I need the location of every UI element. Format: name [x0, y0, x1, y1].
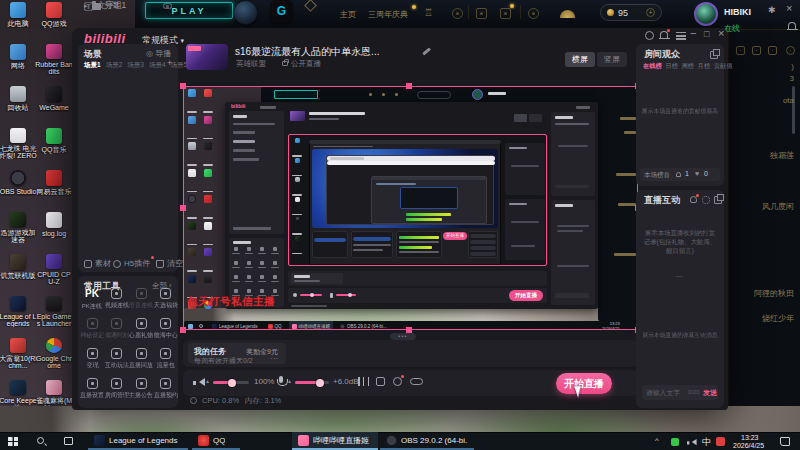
start-stream-button[interactable]: 开始直播	[556, 373, 612, 394]
virtual-camera-icon[interactable]	[393, 377, 402, 386]
lol-avatar[interactable]	[694, 2, 718, 26]
lol-trophy-icon[interactable]: ♖	[424, 7, 433, 18]
tool-item[interactable]: 视频连线	[105, 288, 129, 318]
viewers-tab[interactable]: 周榜	[681, 62, 694, 71]
tool-item[interactable]: 直播设置	[80, 378, 104, 408]
desktop-icon[interactable]: WeGame	[36, 86, 72, 117]
interaction-popout-icon[interactable]	[714, 196, 722, 204]
desktop-icon[interactable]: 回收站	[0, 86, 36, 117]
lol-settings-gear-icon[interactable]: ✱	[768, 5, 776, 16]
landscape-button[interactable]: 横屏	[565, 52, 595, 67]
desktop-icon[interactable]: Google Chrome	[36, 338, 72, 369]
resize-handle[interactable]	[406, 83, 412, 89]
stream-thumbnail[interactable]	[186, 44, 228, 70]
tool-item[interactable]: PK PK连线	[80, 288, 104, 318]
cloud-icon[interactable]	[410, 378, 423, 385]
resize-handle[interactable]	[180, 327, 186, 333]
desktop-icon[interactable]: 饥荒联机版	[0, 254, 36, 285]
material-button[interactable]: 素材	[84, 258, 111, 269]
add-scene-button[interactable]: +	[167, 58, 172, 68]
viewers-tab[interactable]: 月榜	[698, 62, 711, 71]
tool-item[interactable]: 神秘设定	[80, 318, 104, 348]
tool-item[interactable]: 航海中心	[154, 318, 178, 348]
desktop-icon[interactable]: Epic Games Launcher	[36, 296, 72, 327]
scene-tab[interactable]: 场景2	[106, 61, 123, 70]
scene-tab[interactable]: 场景3	[127, 61, 144, 70]
friend-name[interactable]: ota	[783, 96, 794, 105]
tool-item[interactable]: 流量包	[154, 348, 178, 378]
desktop-icon[interactable]: League of Legends	[0, 296, 36, 327]
preview-canvas[interactable]: bilibili	[183, 86, 638, 330]
lol-nav-anniversary[interactable]: 三周年庆典	[368, 9, 408, 20]
friend-name[interactable]: 风几度闲	[762, 201, 794, 212]
tray-app-icon-green[interactable]	[671, 438, 679, 446]
viewers-tab[interactable]: 贡献值	[714, 62, 733, 71]
desktop-icon[interactable]: slog.log	[36, 212, 72, 243]
stream-visibility[interactable]: 公开直播	[291, 59, 321, 69]
resize-handle[interactable]	[180, 83, 186, 89]
scene-source-row[interactable]: ▸ T 分组1	[84, 0, 172, 12]
resize-handle[interactable]	[180, 205, 186, 211]
tray-clock-time[interactable]: 13:23	[741, 434, 759, 441]
add-friend-icon[interactable]	[736, 46, 745, 55]
lol-armory-icon[interactable]	[476, 8, 487, 19]
tool-item[interactable]: 互动玩法	[105, 348, 129, 378]
tool-item[interactable]: 直播预约	[154, 378, 178, 408]
mixer-icon[interactable]	[358, 377, 369, 386]
desktop-icon[interactable]: QQ游戏	[36, 2, 72, 33]
panel-drag-handle[interactable]: •••	[390, 333, 416, 340]
lol-nav-home[interactable]: 主页	[340, 9, 356, 20]
stream-category[interactable]: 英雄联盟	[236, 59, 266, 69]
tool-item[interactable]: 天选福袋	[154, 288, 178, 318]
tray-chevron-icon[interactable]: ^	[655, 436, 659, 445]
tool-item[interactable]: 房间管理	[105, 378, 129, 408]
speaker-icon[interactable]	[193, 378, 203, 387]
desktop-icon[interactable]: 此电脑	[0, 2, 36, 33]
h5-plugin-button[interactable]: H5插件	[113, 258, 150, 269]
desktop-icon[interactable]: 迅游游戏加速器	[0, 212, 36, 243]
tray-volume-icon[interactable]	[687, 439, 695, 446]
tray-app-icon-red[interactable]	[716, 437, 725, 446]
desktop-icon[interactable]: QQ音乐	[36, 128, 72, 159]
minimize-button[interactable]: −	[690, 28, 696, 39]
support-icon[interactable]	[645, 31, 654, 40]
tool-item[interactable]: 主播公告	[129, 378, 153, 408]
send-button[interactable]: 发送	[703, 388, 717, 398]
gift-record-icon[interactable]	[690, 196, 697, 203]
app-bell-icon[interactable]	[660, 31, 668, 38]
desktop-icon[interactable]: OBS Studio	[0, 170, 36, 201]
chat-input[interactable]	[646, 389, 684, 396]
lol-close-icon[interactable]: ×	[786, 3, 792, 14]
task-view-icon[interactable]	[64, 437, 73, 445]
tool-item[interactable]: 偶遇时刻	[105, 318, 129, 348]
add-currency-button[interactable]: +	[646, 8, 655, 17]
tool-item[interactable]: 语音连线	[129, 288, 153, 318]
desktop-icon[interactable]: 网络	[0, 44, 36, 75]
taskbar-app-button[interactable]: OBS 29.0.2 (64-bi...	[380, 432, 474, 450]
speaker-caret[interactable]: ▴	[206, 377, 209, 384]
mic-caret[interactable]: ▴	[288, 377, 291, 384]
taskbar-app-button[interactable]: 哔哩哔哩直播姬	[292, 432, 378, 450]
tool-item[interactable]: 直播回放	[129, 348, 153, 378]
tool-item[interactable]: 变现	[80, 348, 104, 378]
steam-icon[interactable]	[233, 0, 258, 25]
taskbar-app-button[interactable]: League of Legends	[88, 432, 188, 450]
microphone-icon[interactable]	[279, 376, 283, 383]
scene-tab[interactable]: 场景1	[84, 61, 101, 70]
friends-list-icon[interactable]	[768, 46, 777, 55]
lol-missions-icon[interactable]	[528, 8, 539, 19]
friends-scrollbar[interactable]	[792, 86, 795, 134]
lol-social-icon[interactable]	[452, 8, 463, 19]
friend-name[interactable]: )	[791, 62, 794, 71]
viewers-tab[interactable]: 在线榜	[643, 62, 662, 71]
effects-icon[interactable]	[376, 377, 385, 386]
expand-caret-icon[interactable]: ▸	[84, 2, 88, 10]
start-button[interactable]	[8, 437, 18, 446]
desktop-icon[interactable]: Rubber Bandits	[36, 44, 72, 75]
interaction-settings-icon[interactable]	[702, 196, 710, 204]
desktop-icon[interactable]: 网易云音乐	[36, 170, 72, 201]
task-more-button[interactable]: ···	[270, 354, 278, 363]
friend-name[interactable]: 3	[790, 74, 794, 83]
friend-name[interactable]: 烧红少年	[762, 313, 794, 324]
maximize-button[interactable]: □	[704, 29, 709, 40]
